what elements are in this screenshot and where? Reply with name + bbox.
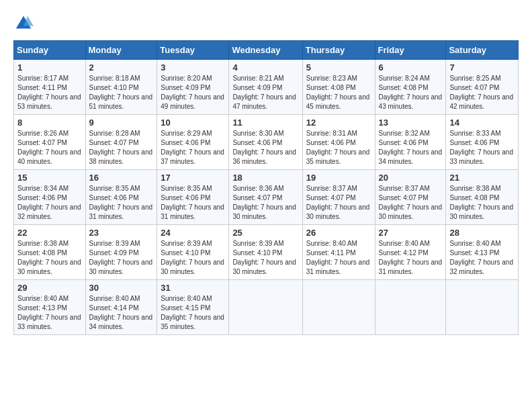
day-number: 9 <box>89 118 154 128</box>
empty-cell <box>302 280 375 335</box>
empty-cell <box>229 280 302 335</box>
empty-cell <box>446 280 519 335</box>
day-number: 14 <box>449 118 515 128</box>
cell-content: Sunrise: 8:40 AM Sunset: 4:15 PM Dayligh… <box>161 294 225 332</box>
cell-content: Sunrise: 8:40 AM Sunset: 4:11 PM Dayligh… <box>306 239 371 277</box>
cell-content: Sunrise: 8:31 AM Sunset: 4:06 PM Dayligh… <box>306 129 371 167</box>
page-header <box>13 13 519 34</box>
day-cell-15: 15 Sunrise: 8:34 AM Sunset: 4:06 PM Dayl… <box>14 170 86 225</box>
day-number: 25 <box>232 228 298 238</box>
day-cell-19: 19 Sunrise: 8:37 AM Sunset: 4:07 PM Dayl… <box>302 170 375 225</box>
cell-content: Sunrise: 8:29 AM Sunset: 4:06 PM Dayligh… <box>161 129 225 167</box>
day-number: 7 <box>449 62 515 73</box>
day-cell-20: 20 Sunrise: 8:37 AM Sunset: 4:07 PM Dayl… <box>375 170 446 225</box>
cell-content: Sunrise: 8:39 AM Sunset: 4:09 PM Dayligh… <box>89 239 154 277</box>
day-cell-9: 9 Sunrise: 8:28 AM Sunset: 4:07 PM Dayli… <box>85 115 157 170</box>
cell-content: Sunrise: 8:35 AM Sunset: 4:06 PM Dayligh… <box>89 184 154 222</box>
week-row-5: 29 Sunrise: 8:40 AM Sunset: 4:13 PM Dayl… <box>14 280 519 335</box>
cell-content: Sunrise: 8:26 AM Sunset: 4:07 PM Dayligh… <box>17 129 82 167</box>
cell-content: Sunrise: 8:33 AM Sunset: 4:06 PM Dayligh… <box>449 129 515 167</box>
week-row-1: 1 Sunrise: 8:17 AM Sunset: 4:11 PM Dayli… <box>14 60 519 115</box>
cell-content: Sunrise: 8:24 AM Sunset: 4:08 PM Dayligh… <box>379 74 443 111</box>
cell-content: Sunrise: 8:37 AM Sunset: 4:07 PM Dayligh… <box>306 184 371 222</box>
day-cell-5: 5 Sunrise: 8:23 AM Sunset: 4:08 PM Dayli… <box>302 60 375 115</box>
logo-icon <box>13 13 34 34</box>
day-number: 26 <box>306 228 371 238</box>
day-number: 10 <box>161 118 225 128</box>
day-header-thursday: Thursday <box>302 41 375 60</box>
day-cell-25: 25 Sunrise: 8:39 AM Sunset: 4:10 PM Dayl… <box>229 225 302 280</box>
cell-content: Sunrise: 8:20 AM Sunset: 4:09 PM Dayligh… <box>161 74 225 111</box>
empty-cell <box>375 280 446 335</box>
cell-content: Sunrise: 8:38 AM Sunset: 4:08 PM Dayligh… <box>17 239 82 277</box>
day-header-tuesday: Tuesday <box>157 41 229 60</box>
day-cell-28: 28 Sunrise: 8:40 AM Sunset: 4:13 PM Dayl… <box>446 225 519 280</box>
day-number: 29 <box>17 283 82 293</box>
day-number: 2 <box>89 62 154 73</box>
calendar-table: SundayMondayTuesdayWednesdayThursdayFrid… <box>13 40 519 335</box>
calendar-header-row: SundayMondayTuesdayWednesdayThursdayFrid… <box>14 41 519 60</box>
day-number: 8 <box>17 118 82 128</box>
cell-content: Sunrise: 8:40 AM Sunset: 4:13 PM Dayligh… <box>17 294 82 332</box>
day-number: 17 <box>161 173 225 183</box>
cell-content: Sunrise: 8:25 AM Sunset: 4:07 PM Dayligh… <box>449 74 515 111</box>
week-row-2: 8 Sunrise: 8:26 AM Sunset: 4:07 PM Dayli… <box>14 115 519 170</box>
day-number: 22 <box>17 228 82 238</box>
day-cell-11: 11 Sunrise: 8:30 AM Sunset: 4:06 PM Dayl… <box>229 115 302 170</box>
day-number: 23 <box>89 228 154 238</box>
cell-content: Sunrise: 8:36 AM Sunset: 4:07 PM Dayligh… <box>232 184 298 222</box>
day-number: 4 <box>232 62 298 73</box>
day-number: 6 <box>379 62 443 73</box>
day-cell-18: 18 Sunrise: 8:36 AM Sunset: 4:07 PM Dayl… <box>229 170 302 225</box>
day-cell-10: 10 Sunrise: 8:29 AM Sunset: 4:06 PM Dayl… <box>157 115 229 170</box>
day-number: 18 <box>232 173 298 183</box>
day-cell-4: 4 Sunrise: 8:21 AM Sunset: 4:09 PM Dayli… <box>229 60 302 115</box>
day-number: 27 <box>379 228 443 238</box>
cell-content: Sunrise: 8:39 AM Sunset: 4:10 PM Dayligh… <box>161 239 225 277</box>
day-cell-22: 22 Sunrise: 8:38 AM Sunset: 4:08 PM Dayl… <box>14 225 86 280</box>
day-header-wednesday: Wednesday <box>229 41 302 60</box>
day-cell-6: 6 Sunrise: 8:24 AM Sunset: 4:08 PM Dayli… <box>375 60 446 115</box>
cell-content: Sunrise: 8:40 AM Sunset: 4:14 PM Dayligh… <box>89 294 154 332</box>
day-number: 15 <box>17 173 82 183</box>
cell-content: Sunrise: 8:40 AM Sunset: 4:13 PM Dayligh… <box>449 239 515 277</box>
day-number: 20 <box>379 173 443 183</box>
cell-content: Sunrise: 8:37 AM Sunset: 4:07 PM Dayligh… <box>379 184 443 222</box>
day-cell-7: 7 Sunrise: 8:25 AM Sunset: 4:07 PM Dayli… <box>446 60 519 115</box>
day-cell-30: 30 Sunrise: 8:40 AM Sunset: 4:14 PM Dayl… <box>85 280 157 335</box>
day-cell-12: 12 Sunrise: 8:31 AM Sunset: 4:06 PM Dayl… <box>302 115 375 170</box>
day-cell-23: 23 Sunrise: 8:39 AM Sunset: 4:09 PM Dayl… <box>85 225 157 280</box>
day-cell-31: 31 Sunrise: 8:40 AM Sunset: 4:15 PM Dayl… <box>157 280 229 335</box>
day-number: 11 <box>232 118 298 128</box>
day-number: 30 <box>89 283 154 293</box>
logo <box>13 13 36 34</box>
day-number: 5 <box>306 62 371 73</box>
day-cell-27: 27 Sunrise: 8:40 AM Sunset: 4:12 PM Dayl… <box>375 225 446 280</box>
day-number: 21 <box>449 173 515 183</box>
cell-content: Sunrise: 8:38 AM Sunset: 4:08 PM Dayligh… <box>449 184 515 222</box>
week-row-3: 15 Sunrise: 8:34 AM Sunset: 4:06 PM Dayl… <box>14 170 519 225</box>
day-cell-16: 16 Sunrise: 8:35 AM Sunset: 4:06 PM Dayl… <box>85 170 157 225</box>
cell-content: Sunrise: 8:39 AM Sunset: 4:10 PM Dayligh… <box>232 239 298 277</box>
cell-content: Sunrise: 8:18 AM Sunset: 4:10 PM Dayligh… <box>89 74 154 111</box>
day-cell-8: 8 Sunrise: 8:26 AM Sunset: 4:07 PM Dayli… <box>14 115 86 170</box>
day-number: 31 <box>161 283 225 293</box>
day-header-sunday: Sunday <box>14 41 86 60</box>
day-cell-17: 17 Sunrise: 8:35 AM Sunset: 4:06 PM Dayl… <box>157 170 229 225</box>
cell-content: Sunrise: 8:17 AM Sunset: 4:11 PM Dayligh… <box>17 74 82 111</box>
day-cell-1: 1 Sunrise: 8:17 AM Sunset: 4:11 PM Dayli… <box>14 60 86 115</box>
cell-content: Sunrise: 8:34 AM Sunset: 4:06 PM Dayligh… <box>17 184 82 222</box>
day-cell-29: 29 Sunrise: 8:40 AM Sunset: 4:13 PM Dayl… <box>14 280 86 335</box>
day-cell-13: 13 Sunrise: 8:32 AM Sunset: 4:06 PM Dayl… <box>375 115 446 170</box>
day-number: 1 <box>17 62 82 73</box>
cell-content: Sunrise: 8:30 AM Sunset: 4:06 PM Dayligh… <box>232 129 298 167</box>
day-cell-21: 21 Sunrise: 8:38 AM Sunset: 4:08 PM Dayl… <box>446 170 519 225</box>
day-header-monday: Monday <box>85 41 157 60</box>
day-number: 28 <box>449 228 515 238</box>
day-cell-2: 2 Sunrise: 8:18 AM Sunset: 4:10 PM Dayli… <box>85 60 157 115</box>
day-header-friday: Friday <box>375 41 446 60</box>
day-header-saturday: Saturday <box>446 41 519 60</box>
day-cell-24: 24 Sunrise: 8:39 AM Sunset: 4:10 PM Dayl… <box>157 225 229 280</box>
day-number: 12 <box>306 118 371 128</box>
week-row-4: 22 Sunrise: 8:38 AM Sunset: 4:08 PM Dayl… <box>14 225 519 280</box>
